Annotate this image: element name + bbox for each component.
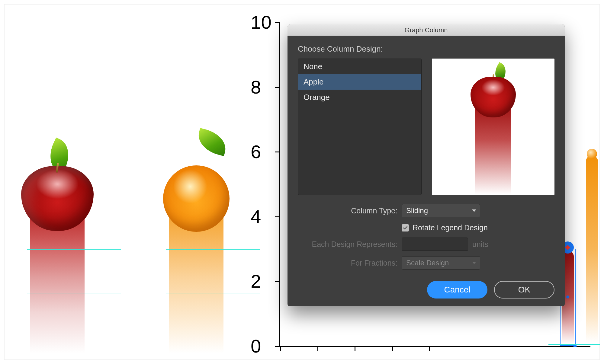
slice-guide[interactable] bbox=[548, 335, 600, 335]
chevron-down-icon bbox=[472, 209, 476, 212]
y-tick-label: 10 bbox=[251, 11, 271, 33]
for-fractions-value: Scale Design bbox=[406, 259, 449, 267]
rotate-legend-checkbox[interactable] bbox=[402, 224, 409, 231]
y-tick-label: 6 bbox=[251, 141, 261, 162]
y-tick-label: 0 bbox=[251, 335, 261, 357]
for-fractions-select: Scale Design bbox=[402, 256, 480, 270]
column-type-select[interactable]: Sliding bbox=[402, 204, 480, 217]
design-preview bbox=[432, 59, 554, 195]
list-item-none[interactable]: None bbox=[298, 59, 421, 74]
each-design-represents-input bbox=[402, 238, 468, 251]
orange-icon bbox=[163, 165, 230, 232]
slice-guide[interactable] bbox=[548, 344, 600, 345]
ok-button[interactable]: OK bbox=[494, 281, 554, 299]
chevron-down-icon bbox=[472, 262, 476, 264]
y-tick-label: 4 bbox=[251, 206, 261, 227]
list-item-orange[interactable]: Orange bbox=[298, 90, 421, 105]
check-icon bbox=[403, 225, 408, 231]
column-design-list[interactable]: None Apple Orange bbox=[298, 59, 422, 195]
column-type-label: Column Type: bbox=[298, 206, 397, 215]
y-tick-label: 2 bbox=[251, 270, 261, 292]
y-tick-label: 8 bbox=[251, 76, 261, 97]
graph-column-dialog: Graph Column Choose Column Design: None … bbox=[288, 24, 565, 306]
each-design-represents-label: Each Design Represents: bbox=[298, 240, 397, 249]
slice-guide[interactable] bbox=[166, 293, 260, 293]
choose-column-design-label: Choose Column Design: bbox=[298, 44, 554, 54]
slice-guide[interactable] bbox=[27, 293, 121, 293]
column-type-value: Sliding bbox=[406, 206, 428, 215]
slice-guide[interactable] bbox=[166, 249, 260, 250]
chart-column-orange[interactable] bbox=[586, 155, 598, 343]
list-item-apple[interactable]: Apple bbox=[298, 74, 421, 90]
cancel-button[interactable]: Cancel bbox=[427, 281, 487, 299]
units-label: units bbox=[472, 240, 488, 249]
rotate-legend-label: Rotate Legend Design bbox=[413, 223, 488, 232]
slice-guide[interactable] bbox=[27, 249, 121, 250]
dialog-title[interactable]: Graph Column bbox=[288, 24, 565, 36]
for-fractions-label: For Fractions: bbox=[298, 259, 397, 267]
